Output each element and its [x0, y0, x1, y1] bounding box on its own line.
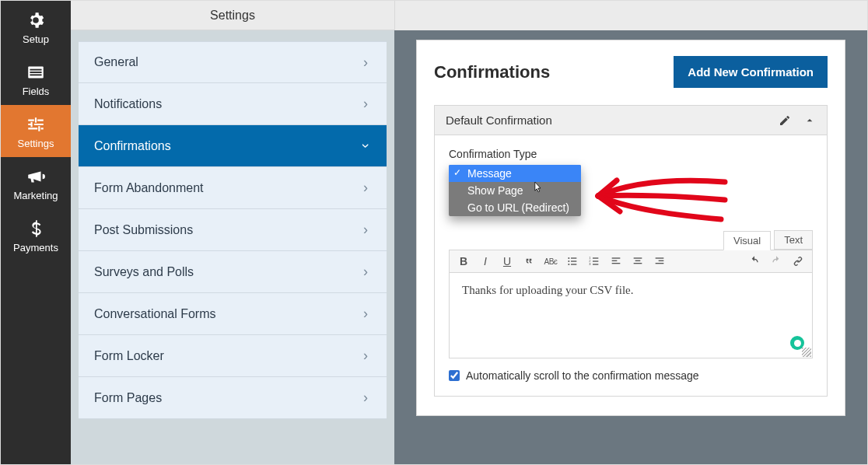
confirmation-panel-title: Default Confirmation [446, 114, 552, 127]
chevron-right-icon: › [363, 222, 368, 238]
chevron-right-icon: › [363, 390, 368, 406]
strikethrough-button[interactable]: ABє [544, 255, 557, 267]
editor-tabs: Visual Text [449, 230, 813, 250]
auto-scroll-label: Automatically scroll to the confirmation… [466, 369, 699, 382]
svg-rect-13 [593, 260, 598, 261]
main-panel-wrapper: Confirmations Add New Confirmation Defau… [394, 1, 867, 464]
settings-item-label: Surveys and Polls [94, 265, 194, 279]
redo-button[interactable] [770, 255, 782, 267]
settings-item-label: Notifications [94, 97, 162, 111]
settings-item-label: General [94, 55, 138, 69]
chevron-right-icon: › [363, 306, 368, 322]
chevron-right-icon: › [363, 264, 368, 280]
settings-item-conversational-forms[interactable]: Conversational Forms › [79, 293, 387, 335]
svg-rect-22 [656, 257, 664, 258]
svg-point-6 [568, 260, 569, 262]
confirmation-type-select[interactable]: Message Show Page Go to URL (Redirect) [449, 165, 581, 216]
add-new-confirmation-button[interactable]: Add New Confirmation [674, 56, 828, 88]
dropdown-option-redirect[interactable]: Go to URL (Redirect) [449, 199, 581, 216]
svg-rect-20 [635, 260, 641, 261]
dropdown-option-show-page[interactable]: Show Page [449, 182, 581, 199]
svg-rect-2 [30, 72, 41, 73]
svg-rect-19 [634, 257, 642, 258]
editor-tab-text[interactable]: Text [774, 230, 813, 250]
underline-button[interactable]: U [501, 255, 513, 267]
auto-scroll-checkbox-row[interactable]: Automatically scroll to the confirmation… [449, 369, 813, 382]
settings-item-form-pages[interactable]: Form Pages › [79, 377, 387, 419]
svg-text:3: 3 [589, 262, 591, 266]
resize-handle[interactable] [802, 348, 811, 357]
list-icon [26, 62, 46, 82]
rail-item-setup[interactable]: Setup [1, 1, 71, 53]
gear-icon [26, 10, 46, 30]
italic-button[interactable]: I [479, 255, 492, 267]
svg-rect-7 [571, 260, 576, 261]
editor-toolbar: B I U ABє 123 [449, 250, 813, 273]
settings-item-label: Conversational Forms [94, 307, 216, 321]
chevron-right-icon: › [363, 180, 368, 196]
svg-rect-5 [571, 257, 576, 258]
dollar-icon [26, 219, 46, 239]
settings-item-notifications[interactable]: Notifications › [79, 83, 387, 125]
svg-rect-9 [571, 264, 576, 264]
settings-item-surveys-polls[interactable]: Surveys and Polls › [79, 251, 387, 293]
align-center-button[interactable] [632, 255, 644, 267]
svg-rect-24 [656, 263, 664, 264]
editor-tab-visual[interactable]: Visual [723, 231, 771, 250]
rail-item-payments[interactable]: Payments [1, 209, 71, 261]
auto-scroll-checkbox[interactable] [449, 370, 460, 381]
rail-item-marketing[interactable]: Marketing [1, 157, 71, 209]
chevron-right-icon: › [363, 348, 368, 364]
settings-column-title: Settings [71, 1, 394, 30]
svg-rect-3 [30, 74, 41, 75]
settings-column: Settings General › Notifications › Confi… [71, 1, 394, 464]
editor-content[interactable]: Thanks for uploading your CSV file. [449, 273, 813, 358]
dropdown-option-message[interactable]: Message [449, 165, 581, 182]
settings-item-form-locker[interactable]: Form Locker › [79, 335, 387, 377]
editor-text: Thanks for uploading your CSV file. [462, 284, 634, 296]
settings-item-form-abandonment[interactable]: Form Abandonment › [79, 167, 387, 209]
edit-icon[interactable] [779, 114, 791, 127]
svg-point-4 [568, 257, 569, 259]
annotation-arrow [589, 173, 737, 238]
rail-item-label: Payments [13, 242, 58, 253]
collapse-icon[interactable] [803, 114, 816, 127]
rail-item-settings[interactable]: Settings [1, 105, 71, 157]
svg-rect-21 [634, 263, 642, 264]
rail-item-label: Setup [23, 33, 49, 45]
panel-header-actions [779, 114, 816, 127]
rail-item-label: Settings [18, 138, 54, 149]
settings-item-label: Confirmations [94, 139, 171, 153]
align-right-button[interactable] [653, 255, 666, 267]
settings-item-post-submissions[interactable]: Post Submissions › [79, 209, 387, 251]
blockquote-button[interactable] [523, 255, 535, 267]
settings-item-label: Form Pages [94, 391, 162, 405]
chevron-down-icon: › [358, 144, 374, 149]
svg-rect-17 [612, 260, 618, 261]
confirmation-panel-body: Confirmation Type Message Show Page Go t… [434, 135, 828, 397]
confirmation-panel-header[interactable]: Default Confirmation [434, 105, 828, 135]
bullet-list-button[interactable] [566, 255, 579, 267]
rail-item-fields[interactable]: Fields [1, 53, 71, 105]
settings-item-confirmations[interactable]: Confirmations › [79, 125, 387, 167]
bullhorn-icon [26, 166, 46, 187]
svg-rect-11 [593, 257, 598, 258]
svg-point-8 [568, 264, 569, 265]
svg-rect-23 [659, 260, 664, 261]
settings-item-general[interactable]: General › [79, 41, 387, 83]
bold-button[interactable]: B [457, 255, 470, 267]
link-button[interactable] [792, 255, 804, 267]
confirmation-type-dropdown-open: Message Show Page Go to URL (Redirect) [449, 165, 581, 216]
settings-item-label: Form Abandonment [94, 181, 204, 195]
svg-rect-15 [593, 264, 598, 264]
rail-item-label: Marketing [13, 190, 58, 201]
svg-rect-1 [30, 69, 41, 71]
confirmations-card: Confirmations Add New Confirmation Defau… [416, 40, 845, 416]
card-header: Confirmations Add New Confirmation [434, 56, 828, 88]
numbered-list-button[interactable]: 123 [588, 255, 600, 267]
confirmation-type-label: Confirmation Type [449, 148, 813, 160]
settings-item-label: Form Locker [94, 349, 164, 363]
undo-button[interactable] [748, 255, 761, 267]
align-left-button[interactable] [610, 255, 622, 267]
svg-rect-16 [612, 257, 621, 258]
